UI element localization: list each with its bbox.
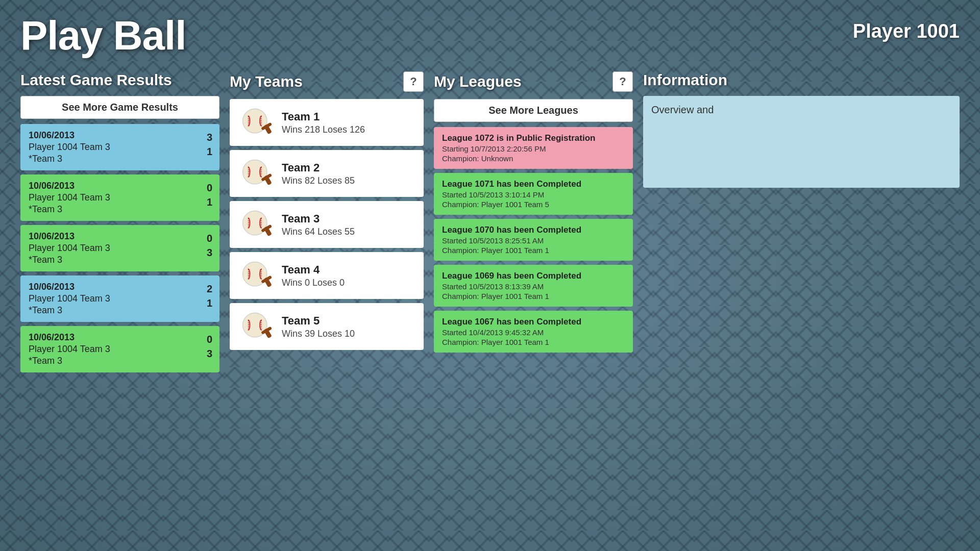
team-record: Wins 82 Loses 85 <box>282 176 415 186</box>
league-card[interactable]: League 1069 has been Completed Started 1… <box>434 265 633 307</box>
game-scores: 0 3 <box>207 231 212 260</box>
game-result-card[interactable]: 10/06/2013 Player 1004 Team 3 *Team 3 2 … <box>20 276 219 322</box>
team-name: Team 5 <box>282 314 415 328</box>
game-result-card[interactable]: 10/06/2013 Player 1004 Team 3 *Team 3 0 … <box>20 174 219 221</box>
league-title: League 1072 is in Public Registration <box>442 133 625 143</box>
league-detail: Started 10/4/2013 9:45:32 AM <box>442 328 625 337</box>
player-id: Player 1001 <box>853 15 960 42</box>
game-team1: Player 1004 Team 3 <box>29 344 211 355</box>
app-title: Play Ball <box>20 15 186 56</box>
game-team2: *Team 3 <box>29 305 211 316</box>
league-card[interactable]: League 1071 has been Completed Started 1… <box>434 173 633 215</box>
team-card[interactable]: Team 2 Wins 82 Loses 85 <box>230 150 424 197</box>
my-leagues-header: My Leagues ? <box>434 71 633 92</box>
game-date: 10/06/2013 <box>29 231 211 242</box>
league-detail: Started 10/5/2013 8:25:51 AM <box>442 236 625 245</box>
game-team2: *Team 3 <box>29 204 211 215</box>
league-title: League 1069 has been Completed <box>442 271 625 281</box>
team-name: Team 3 <box>282 212 415 226</box>
team-name: Team 4 <box>282 263 415 277</box>
league-champion: Champion: Unknown <box>442 154 625 163</box>
my-teams-header: My Teams ? <box>230 71 424 92</box>
game-scores: 0 1 <box>207 181 212 209</box>
team-record: Wins 39 Loses 10 <box>282 329 415 339</box>
league-detail: Started 10/5/2013 3:10:14 PM <box>442 190 625 199</box>
league-title: League 1070 has been Completed <box>442 225 625 235</box>
league-card[interactable]: League 1072 is in Public Registration St… <box>434 127 633 169</box>
team-info: Team 1 Wins 218 Loses 126 <box>282 110 415 135</box>
game-scores: 3 1 <box>207 130 212 159</box>
see-more-results-button[interactable]: See More Game Results <box>20 96 219 119</box>
col-my-teams: My Teams ? <box>230 71 424 354</box>
see-more-leagues-button[interactable]: See More Leagues <box>434 99 633 122</box>
game-team2: *Team 3 <box>29 255 211 265</box>
team-info: Team 5 Wins 39 Loses 10 <box>282 314 415 339</box>
game-result-card[interactable]: 10/06/2013 Player 1004 Team 3 *Team 3 0 … <box>20 225 219 271</box>
game-team1: Player 1004 Team 3 <box>29 243 211 254</box>
main-columns: Latest Game Results See More Game Result… <box>20 71 960 377</box>
game-team2: *Team 3 <box>29 356 211 366</box>
team-card[interactable]: Team 3 Wins 64 Loses 55 <box>230 201 424 248</box>
game-result-card[interactable]: 10/06/2013 Player 1004 Team 3 *Team 3 0 … <box>20 326 219 372</box>
league-champion: Champion: Player 1001 Team 5 <box>442 200 625 209</box>
baseball-icon <box>238 311 274 342</box>
game-date: 10/06/2013 <box>29 282 211 292</box>
col-game-results: Latest Game Results See More Game Result… <box>20 71 219 377</box>
baseball-icon <box>238 158 274 189</box>
league-champion: Champion: Player 1001 Team 1 <box>442 292 625 300</box>
information-title: Information <box>643 71 960 89</box>
team-info: Team 3 Wins 64 Loses 55 <box>282 212 415 237</box>
information-card: Overview and <box>643 96 960 188</box>
game-scores: 2 1 <box>207 282 212 310</box>
baseball-icon <box>238 107 274 138</box>
game-date: 10/06/2013 <box>29 332 211 343</box>
team-record: Wins 218 Loses 126 <box>282 124 415 135</box>
game-team1: Player 1004 Team 3 <box>29 142 211 153</box>
information-content: Overview and <box>651 104 714 115</box>
my-leagues-title: My Leagues <box>434 73 522 90</box>
game-scores: 0 3 <box>207 332 212 361</box>
game-team1: Player 1004 Team 3 <box>29 293 211 304</box>
game-date: 10/06/2013 <box>29 181 211 191</box>
league-detail: Starting 10/7/2013 2:20:56 PM <box>442 144 625 153</box>
league-card[interactable]: League 1070 has been Completed Started 1… <box>434 219 633 261</box>
game-result-card[interactable]: 10/06/2013 Player 1004 Team 3 *Team 3 3 … <box>20 124 219 170</box>
game-date: 10/06/2013 <box>29 130 211 141</box>
team-name: Team 2 <box>282 161 415 174</box>
league-detail: Started 10/5/2013 8:13:39 AM <box>442 282 625 291</box>
my-leagues-help-button[interactable]: ? <box>612 71 633 92</box>
league-title: League 1071 has been Completed <box>442 179 625 189</box>
team-info: Team 2 Wins 82 Loses 85 <box>282 161 415 186</box>
game-team2: *Team 3 <box>29 154 211 164</box>
team-record: Wins 64 Loses 55 <box>282 227 415 237</box>
league-champion: Champion: Player 1001 Team 1 <box>442 246 625 255</box>
game-team1: Player 1004 Team 3 <box>29 192 211 203</box>
league-card[interactable]: League 1067 has been Completed Started 1… <box>434 311 633 353</box>
team-name: Team 1 <box>282 110 415 123</box>
col-information: Information Overview and <box>643 71 960 188</box>
baseball-icon <box>238 209 274 240</box>
league-title: League 1067 has been Completed <box>442 317 625 327</box>
baseball-icon <box>238 260 274 291</box>
team-record: Wins 0 Loses 0 <box>282 278 415 288</box>
col-my-leagues: My Leagues ? See More Leagues League 107… <box>434 71 633 357</box>
my-teams-title: My Teams <box>230 73 303 90</box>
header: Play Ball Player 1001 <box>20 15 960 56</box>
my-teams-help-button[interactable]: ? <box>403 71 424 92</box>
team-card[interactable]: Team 5 Wins 39 Loses 10 <box>230 303 424 350</box>
team-info: Team 4 Wins 0 Loses 0 <box>282 263 415 288</box>
league-champion: Champion: Player 1001 Team 1 <box>442 338 625 346</box>
team-card[interactable]: Team 4 Wins 0 Loses 0 <box>230 252 424 299</box>
team-card[interactable]: Team 1 Wins 218 Loses 126 <box>230 99 424 146</box>
game-results-title: Latest Game Results <box>20 71 219 89</box>
